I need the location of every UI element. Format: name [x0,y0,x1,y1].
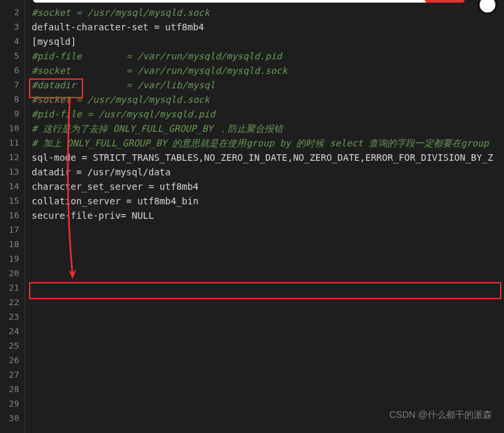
code-line: secure-file-priv= NULL [32,208,504,223]
code-line: [mysqld] [32,34,504,49]
line-number-gutter: 2 3 4 5 6 7 8 9 10 11 12 13 14 15 16 17 … [0,0,25,433]
code-line: character_set_server = utf8mb4 [32,179,504,194]
line-number: 14 [0,179,24,194]
code-line: datadir = /usr/mysql/data [32,165,504,179]
line-number: 28 [0,382,24,397]
code-line: #pid-file = /usr/mysql/mysqld.pid [32,107,504,121]
line-number: 20 [0,266,24,281]
code-line: #pid-file = /var/run/mysqld/mysqld.pid [32,49,504,63]
line-number: 26 [0,353,24,368]
code-line: #datadir = /var/lib/mysql [32,78,504,92]
line-number: 11 [0,136,24,150]
code-line: sql-mode = STRICT_TRANS_TABLES,NO_ZERO_I… [32,150,504,165]
line-number: 3 [0,20,24,34]
code-line: # 这行是为了去掉 ONLY_FULL_GROUP_BY ，防止聚合报错 [32,121,504,136]
line-number: 30 [0,411,24,426]
watermark: CSDN @什么都干的派森 [389,409,492,421]
line-number: 24 [0,324,24,339]
code-line: #socket = /var/run/mysqld/mysqld.sock [32,63,504,78]
line-number: 19 [0,252,24,266]
code-line: default-character-set = utf8mb4 [32,20,504,34]
line-number: 5 [0,49,24,63]
code-content[interactable]: #socket = /usr/mysql/mysqld.sock default… [25,0,504,433]
line-number: 10 [0,121,24,136]
line-number: 7 [0,78,24,92]
line-number: 22 [0,295,24,310]
code-line: # 加上 ONLY_FULL_GROUP_BY 的意思就是在使用group by… [32,136,504,150]
line-number: 12 [0,150,24,165]
line-number: 4 [0,34,24,49]
line-number: 6 [0,63,24,78]
line-number: 23 [0,310,24,324]
code-line: #socket = /usr/mysql/mysqld.sock [32,5,504,20]
line-number: 13 [0,165,24,179]
line-number: 21 [0,281,24,295]
code-editor[interactable]: 2 3 4 5 6 7 8 9 10 11 12 13 14 15 16 17 … [0,0,504,433]
code-line: collation_server = utf8mb4_bin [32,194,504,208]
line-number: 25 [0,339,24,353]
line-number: 8 [0,92,24,107]
code-line: #socket = /usr/mysql/mysqld.sock [32,92,504,107]
line-number: 29 [0,397,24,411]
line-number: 9 [0,107,24,121]
line-number: 15 [0,194,24,208]
line-number: 2 [0,5,24,20]
line-number: 18 [0,237,24,252]
line-number: 17 [0,223,24,237]
line-number: 16 [0,208,24,223]
line-number: 27 [0,368,24,382]
